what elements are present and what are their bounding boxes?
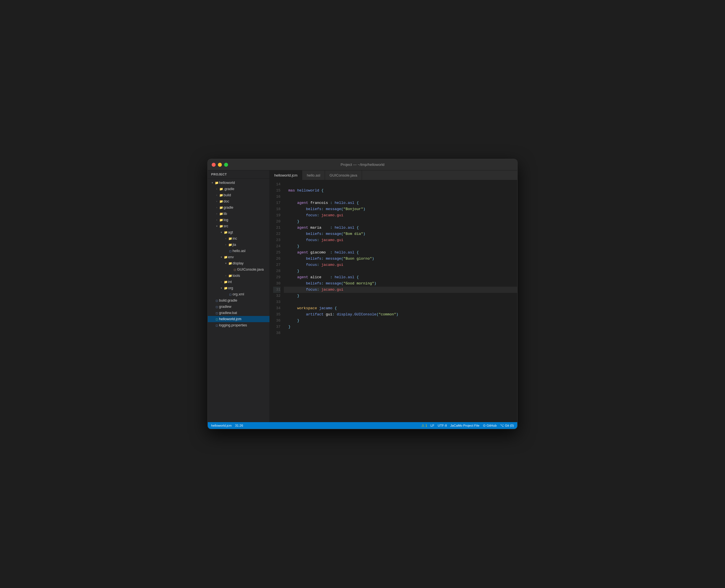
maximize-button[interactable] (224, 163, 228, 167)
sidebar-item-display[interactable]: ▾ 📁 display (208, 260, 269, 267)
code-line-34: workspace jacamo { (284, 305, 517, 312)
chevron-right-icon: › (215, 199, 219, 204)
statusbar-cursor: 31:26 (235, 424, 243, 427)
chevron-right-icon: › (215, 205, 219, 210)
sidebar-item-jia[interactable]: › 📁 jia (208, 241, 269, 248)
statusbar-git: ⌥ Git (0) (500, 423, 514, 427)
chevron-right-icon: › (223, 243, 228, 247)
tab-bar: helloworld.jcm hello.asl GUIConsole.java (270, 170, 517, 180)
code-editor[interactable]: 14 15 16 17 18 19 20 21 22 23 24 25 26 2… (270, 180, 517, 422)
sidebar-item-label: build (223, 193, 231, 197)
sidebar-item-gradlew-bat[interactable]: ◻ gradlew.bat (208, 310, 269, 316)
sidebar-item-hello-asl[interactable]: ◻ hello.asl (208, 248, 269, 254)
code-line-14 (284, 181, 517, 188)
sidebar-item-label: org.xml (233, 292, 244, 296)
tab-helloworld-jcm[interactable]: helloworld.jcm (270, 170, 302, 180)
github-label: GitHub (486, 424, 497, 427)
line-numbers: 14 15 16 17 18 19 20 21 22 23 24 25 26 2… (270, 180, 284, 422)
code-line-38 (284, 330, 517, 336)
editor-area: helloworld.jcm hello.asl GUIConsole.java… (270, 170, 517, 422)
sidebar-item-lib[interactable]: › 📁 lib (208, 211, 269, 217)
code-line-27: focus: jacamo.gui (284, 262, 517, 268)
sidebar-item-label: display (233, 261, 244, 265)
tab-label: helloworld.jcm (274, 173, 297, 177)
sidebar: Project ▾ 📁 helloworld › 📁 .gradle › (208, 170, 270, 422)
code-line-33 (284, 299, 517, 305)
close-button[interactable] (212, 163, 216, 167)
spacer-icon (210, 323, 215, 328)
code-line-24: } (284, 243, 517, 250)
code-line-17: agent francois : hello.asl { (284, 200, 517, 206)
sidebar-item-label: build.gradle (219, 298, 237, 302)
sidebar-item-org[interactable]: ▾ 📁 org (208, 285, 269, 291)
folder-icon: 📁 (228, 236, 233, 241)
spacer-icon (223, 249, 228, 253)
sidebar-item-label: gradlew.bat (219, 311, 237, 315)
spacer-icon (223, 292, 228, 296)
file-jcm-icon: ◻ (215, 317, 219, 321)
folder-icon: 📁 (219, 224, 223, 228)
app-window: Project — ~/tmp/helloworld Project ▾ 📁 h… (207, 159, 518, 429)
sidebar-item-tools[interactable]: › 📁 tools (208, 273, 269, 279)
git-label: Git (0) (505, 424, 514, 427)
sidebar-item-label: inc (233, 236, 237, 240)
folder-icon: 📁 (223, 230, 228, 235)
sidebar-item-inc[interactable]: › 📁 inc (208, 235, 269, 241)
code-line-29: agent alice : hello.asl { (284, 274, 517, 280)
folder-icon: 📁 (223, 255, 228, 259)
folder-icon: 📁 (219, 187, 223, 191)
chevron-down-icon: ▾ (210, 181, 215, 185)
chevron-right-icon: › (219, 280, 223, 284)
spacer-icon (228, 267, 233, 272)
sidebar-item-build[interactable]: › 📁 build (208, 192, 269, 198)
sidebar-item-log[interactable]: › 📁 log (208, 217, 269, 223)
traffic-lights (212, 163, 228, 167)
spacer-icon (210, 317, 215, 321)
minimize-button[interactable] (218, 163, 222, 167)
sidebar-item-gradle2[interactable]: › 📁 gradle (208, 205, 269, 211)
sidebar-item-int[interactable]: › 📁 int (208, 279, 269, 285)
code-line-37: } (284, 324, 517, 330)
spacer-icon (210, 304, 215, 309)
sidebar-item-agt[interactable]: ▾ 📁 agt (208, 229, 269, 235)
code-content: mas helloworld { agent francois : hello.… (284, 180, 517, 422)
tab-hello-asl[interactable]: hello.asl (302, 170, 325, 180)
statusbar-filetype: JaCaMo Project File (450, 424, 480, 427)
sidebar-item-guiconsole[interactable]: ◻ GUIConsole.java (208, 267, 269, 273)
tab-label: GUIConsole.java (329, 173, 357, 177)
folder-icon: 📁 (228, 243, 233, 247)
sidebar-item-label: jia (233, 243, 236, 247)
file-icon: ◻ (215, 304, 219, 309)
code-line-35: artifact gui: display.GUIConsole("common… (284, 312, 517, 318)
folder-icon: 📁 (228, 273, 233, 278)
spacer-icon (210, 311, 215, 315)
sidebar-item-label: lib (223, 212, 227, 216)
sidebar-item-label: helloworld (219, 181, 235, 185)
folder-icon: 📁 (219, 218, 223, 222)
warning-count: 1 (425, 424, 427, 427)
sidebar-item-org-xml[interactable]: ◻ org.xml (208, 291, 269, 297)
file-icon: ◻ (215, 298, 219, 303)
statusbar-line-ending: LF (430, 424, 434, 427)
main-area: Project ▾ 📁 helloworld › 📁 .gradle › (208, 170, 517, 422)
sidebar-item-build-gradle[interactable]: ◻ build.gradle (208, 297, 269, 303)
statusbar-encoding: UTF-8 (438, 424, 447, 427)
sidebar-item-label: int (228, 280, 232, 284)
sidebar-item-label: env (228, 255, 234, 259)
statusbar-github[interactable]: ⊙ GitHub (483, 423, 497, 427)
tab-guiconsole[interactable]: GUIConsole.java (325, 170, 362, 180)
folder-icon: 📁 (219, 205, 223, 210)
sidebar-item-label: GUIConsole.java (237, 268, 264, 271)
sidebar-item-logging[interactable]: ◻ logging.properties (208, 322, 269, 328)
sidebar-item-src[interactable]: ▾ 📁 src (208, 223, 269, 229)
sidebar-item-gradlew[interactable]: ◻ gradlew (208, 303, 269, 310)
sidebar-item-helloworld-jcm[interactable]: ◻ helloworld.jcm (208, 316, 269, 322)
warning-indicator: ⚠ 1 (421, 423, 427, 427)
sidebar-item-doc[interactable]: › 📁 doc (208, 198, 269, 205)
sidebar-item-helloworld[interactable]: ▾ 📁 helloworld (208, 180, 269, 186)
sidebar-header: Project (208, 170, 269, 178)
statusbar-right: ⚠ 1 LF UTF-8 JaCaMo Project File ⊙ GitHu… (421, 423, 514, 427)
file-icon: ◻ (215, 311, 219, 315)
sidebar-item-env[interactable]: ▾ 📁 env (208, 254, 269, 260)
sidebar-item-gradle[interactable]: › 📁 .gradle (208, 186, 269, 192)
